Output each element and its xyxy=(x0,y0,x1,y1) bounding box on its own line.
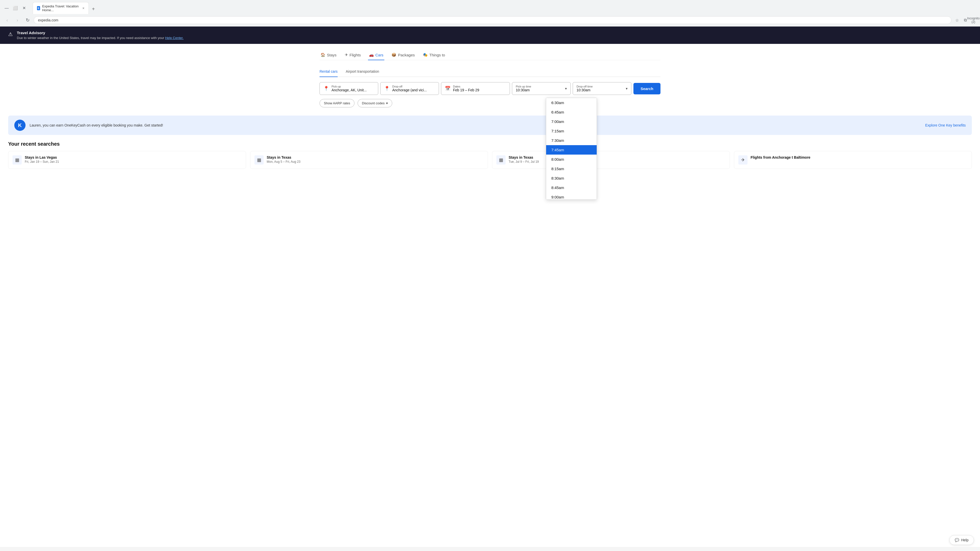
packages-icon: 📦 xyxy=(391,52,396,57)
dropoff-location-icon: 📍 xyxy=(384,86,390,91)
time-option-645am[interactable]: 6:45am xyxy=(546,107,597,117)
location-icon: 📍 xyxy=(323,86,329,91)
close-window-button[interactable]: ✕ xyxy=(21,5,27,12)
card-icon-1: ▦ xyxy=(255,156,264,165)
search-button[interactable]: Search xyxy=(633,83,660,94)
dropoff-content: Drop-off Anchorage (and vici... xyxy=(392,85,435,92)
advisory-banner: ⚠ Travel Advisory Due to winter weather … xyxy=(0,27,980,44)
discount-codes-button[interactable]: Discount codes ▾ xyxy=(358,99,392,107)
time-option-800am[interactable]: 8:00am xyxy=(546,155,597,164)
dates-field[interactable]: 📅 Dates Feb 19 – Feb 29 xyxy=(441,82,510,95)
search-card-2[interactable]: ▦ Stays in Texas Tue, Jul 9 – Fri, Jul 1… xyxy=(492,151,730,169)
tab-favicon: E xyxy=(37,6,40,10)
back-button[interactable]: ‹ xyxy=(3,16,11,24)
things-icon: 🎭 xyxy=(423,52,428,57)
pickup-content: Pick-up Anchorage, AK, Unit... xyxy=(331,85,374,92)
tab-stays[interactable]: 🏠 Stays xyxy=(320,50,338,60)
aarp-rates-button[interactable]: Show AARP rates xyxy=(320,99,355,107)
card-icon-3: ✈ xyxy=(738,156,748,165)
tab-packages[interactable]: 📦 Packages xyxy=(390,50,416,60)
time-option-715am[interactable]: 7:15am xyxy=(546,126,597,136)
subtab-rental-cars[interactable]: Rental cars xyxy=(320,66,338,77)
time-option-745am[interactable]: 7:45am xyxy=(546,145,597,155)
subtab-airport-transportation[interactable]: Airport transportation xyxy=(346,66,379,77)
onekey-banner: K Lauren, you can earn OneKeyCash on eve… xyxy=(8,116,972,135)
dropoff-time-arrow: ▾ xyxy=(626,86,628,91)
time-option-845am[interactable]: 8:45am xyxy=(546,183,597,192)
tab-close-button[interactable]: × xyxy=(83,6,84,10)
flights-icon: ✈ xyxy=(345,52,348,57)
calendar-icon: 📅 xyxy=(445,86,450,91)
address-bar-row: ‹ › ↻ expedia.com ☆ ⧉ Incognito (2) xyxy=(0,15,980,26)
dates-label: Dates xyxy=(453,85,506,88)
minimize-button[interactable]: — xyxy=(3,5,10,12)
help-button[interactable]: 💬 Help xyxy=(950,535,974,545)
dropoff-time-field[interactable]: Drop-off time 10:30am ▾ xyxy=(573,82,632,95)
browser-actions: ☆ ⧉ Incognito (2) xyxy=(953,17,977,24)
card-content-2: Stays in Texas Tue, Jul 9 – Fri, Jul 19 xyxy=(509,156,539,164)
active-tab[interactable]: E Expedia Travel: Vacation Home... × xyxy=(33,2,89,14)
onekey-text: Lauren, you can earn OneKeyCash on every… xyxy=(30,123,921,127)
search-card-0[interactable]: ▦ Stays in Las Vegas Fri, Jan 19 – Sun, … xyxy=(8,151,246,169)
pickup-value: Anchorage, AK, Unit... xyxy=(331,88,374,92)
search-card-3[interactable]: ✈ Flights from Anchorage t Baltimore xyxy=(734,151,972,169)
dropoff-label: Drop-off xyxy=(392,85,435,88)
card-subtitle-2: Tue, Jul 9 – Fri, Jul 19 xyxy=(509,160,539,164)
dates-content: Dates Feb 19 – Feb 29 xyxy=(453,85,506,92)
address-bar[interactable]: expedia.com xyxy=(34,16,951,24)
advisory-icon: ⚠ xyxy=(8,31,13,37)
bookmark-button[interactable]: ☆ xyxy=(953,17,961,24)
dropoff-value: Anchorage (and vici... xyxy=(392,88,435,92)
card-icon-2: ▦ xyxy=(496,156,506,165)
url-display: expedia.com xyxy=(38,18,947,22)
card-title-0: Stays in Las Vegas xyxy=(25,156,59,159)
card-subtitle-0: Fri, Jan 19 – Sun, Jan 21 xyxy=(25,160,59,164)
card-title-3: Flights from Anchorage t Baltimore xyxy=(751,156,810,159)
dropoff-time-label: Drop-off time xyxy=(576,85,623,88)
search-fields: 📍 Pick-up Anchorage, AK, Unit... 📍 Drop-… xyxy=(320,82,660,95)
dropoff-field[interactable]: 📍 Drop-off Anchorage (and vici... xyxy=(380,82,439,95)
dropoff-time-content: Drop-off time 10:30am xyxy=(576,85,623,92)
maximize-button[interactable]: ⬜ xyxy=(12,5,19,12)
time-option-730am[interactable]: 7:30am xyxy=(546,136,597,145)
time-dropdown[interactable]: 6:30am6:45am7:00am7:15am7:30am7:45am8:00… xyxy=(546,98,597,200)
card-title-1: Stays in Texas xyxy=(267,156,301,159)
pickup-time-value: 10:30am xyxy=(516,88,563,92)
main-nav: 🏠 Stays ✈ Flights 🚗 Cars 📦 Packages 🎭 Th… xyxy=(320,50,660,60)
time-option-630am[interactable]: 6:30am xyxy=(546,98,597,107)
pickup-time-field[interactable]: Pick-up time 10:30am ▾ 6:30am6:45am7:00a… xyxy=(512,82,571,95)
aarp-label: Show AARP rates xyxy=(324,101,350,105)
recent-searches: Your recent searches ▦ Stays in Las Vega… xyxy=(0,137,980,173)
recent-searches-title: Your recent searches xyxy=(8,141,972,147)
time-option-830am[interactable]: 8:30am xyxy=(546,173,597,183)
new-tab-button[interactable]: + xyxy=(89,4,97,14)
onekey-link[interactable]: Explore One Key benefits xyxy=(925,123,966,127)
time-option-700am[interactable]: 7:00am xyxy=(546,117,597,126)
advisory-content: Travel Advisory Due to winter weather in… xyxy=(17,30,972,40)
search-cards-row: ▦ Stays in Las Vegas Fri, Jan 19 – Sun, … xyxy=(8,151,972,169)
refresh-button[interactable]: ↻ xyxy=(24,16,32,24)
card-content-0: Stays in Las Vegas Fri, Jan 19 – Sun, Ja… xyxy=(25,156,59,164)
profile-button[interactable]: Incognito (2) xyxy=(970,17,977,24)
search-card-1[interactable]: ▦ Stays in Texas Mon, Aug 5 – Fri, Aug 2… xyxy=(250,151,488,169)
time-option-815am[interactable]: 8:15am xyxy=(546,164,597,173)
browser-chrome: — ⬜ ✕ E Expedia Travel: Vacation Home...… xyxy=(0,0,980,27)
advisory-title: Travel Advisory xyxy=(17,30,972,35)
titlebar: — ⬜ ✕ E Expedia Travel: Vacation Home...… xyxy=(0,0,980,15)
card-title-2: Stays in Texas xyxy=(509,156,539,159)
discount-label: Discount codes xyxy=(362,101,385,105)
pickup-field[interactable]: 📍 Pick-up Anchorage, AK, Unit... xyxy=(320,82,378,95)
forward-button[interactable]: › xyxy=(13,16,21,24)
tab-cars[interactable]: 🚗 Cars xyxy=(368,50,385,60)
stays-icon: 🏠 xyxy=(321,52,325,57)
tab-things-to-do[interactable]: 🎭 Things to xyxy=(422,50,446,60)
advisory-help-link[interactable]: Help Center. xyxy=(165,36,183,40)
card-icon-0: ▦ xyxy=(13,156,22,165)
tab-flights[interactable]: ✈ Flights xyxy=(344,50,362,60)
help-label: Help xyxy=(961,538,969,542)
card-subtitle-1: Mon, Aug 5 – Fri, Aug 23 xyxy=(267,160,301,164)
time-option-900am[interactable]: 9:00am xyxy=(546,192,597,200)
pickup-time-label: Pick-up time xyxy=(516,85,563,88)
pickup-label: Pick-up xyxy=(331,85,374,88)
discount-arrow: ▾ xyxy=(386,101,388,105)
